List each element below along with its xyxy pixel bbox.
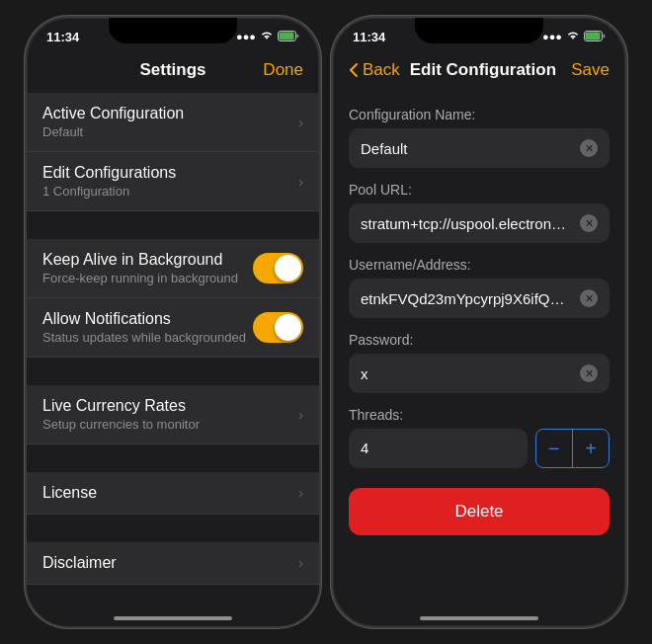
status-icons-left: ●●● xyxy=(236,31,299,43)
edit-configs-chevron: › xyxy=(298,174,303,190)
disclaimer-chevron: › xyxy=(298,555,303,571)
password-value: x xyxy=(361,365,572,382)
notifications-toggle-container xyxy=(253,312,303,343)
pool-url-label: Pool URL: xyxy=(349,182,610,198)
pool-url-value: stratum+tcp://uspool.electroneu... xyxy=(361,215,572,232)
battery-icon-left xyxy=(278,31,299,43)
license-row[interactable]: License › xyxy=(27,472,319,515)
notifications-knob xyxy=(275,314,301,341)
username-label: Username/Address: xyxy=(349,257,610,273)
svg-rect-1 xyxy=(280,32,294,40)
battery-icon-right xyxy=(584,31,606,43)
wifi-icon-left xyxy=(260,31,274,42)
currency-rates-row[interactable]: Live Currency Rates Setup currencies to … xyxy=(27,385,319,444)
section-3: Live Currency Rates Setup currencies to … xyxy=(27,385,319,444)
edit-configs-subtitle: 1 Configuration xyxy=(42,184,290,199)
keep-alive-content: Keep Alive in Background Force-keep runn… xyxy=(42,251,253,285)
currency-title: Live Currency Rates xyxy=(42,397,290,415)
disclaimer-row[interactable]: Disclaimer › xyxy=(27,542,319,585)
phones-container: 11:34 ●●● Setting xyxy=(25,16,627,628)
threads-stepper: − + xyxy=(535,429,611,468)
active-configuration-row[interactable]: Active Configuration Default › xyxy=(27,93,319,152)
done-button[interactable]: Done xyxy=(260,60,303,80)
group-2: Keep Alive in Background Force-keep runn… xyxy=(27,239,319,358)
keep-alive-subtitle: Force-keep running in background xyxy=(42,271,253,285)
threads-row: 4 − + xyxy=(349,429,610,468)
edit-configs-title: Edit Configurations xyxy=(42,164,290,182)
license-content: License xyxy=(42,484,290,502)
license-title: License xyxy=(42,484,290,502)
keep-alive-knob xyxy=(275,255,301,282)
section-5: Disclaimer › xyxy=(27,542,319,585)
currency-subtitle: Setup currencies to monitor xyxy=(42,417,290,432)
notifications-toggle[interactable] xyxy=(253,312,303,343)
currency-content: Live Currency Rates Setup currencies to … xyxy=(42,397,290,432)
username-clear[interactable]: ✕ xyxy=(580,289,598,307)
active-config-subtitle: Default xyxy=(42,124,290,139)
phone-left: 11:34 ●●● Setting xyxy=(25,16,321,628)
notch-left xyxy=(109,18,237,43)
gap-2 xyxy=(27,358,319,385)
stepper-plus-button[interactable]: + xyxy=(573,430,609,467)
username-input[interactable]: etnkFVQd23mYpcyrpj9X6ifQp1p... ✕ xyxy=(349,279,610,318)
threads-label: Threads: xyxy=(349,407,610,423)
status-time-right: 11:34 xyxy=(353,30,385,44)
bottom-space-left xyxy=(27,585,319,628)
group-5: Disclaimer › xyxy=(27,542,319,585)
keep-alive-title: Keep Alive in Background xyxy=(42,251,253,269)
active-config-content: Active Configuration Default xyxy=(42,105,290,139)
active-config-chevron: › xyxy=(298,115,303,130)
config-name-value: Default xyxy=(361,140,572,157)
notifications-subtitle: Status updates while backgrounded xyxy=(42,330,253,345)
threads-input[interactable]: 4 xyxy=(349,429,528,468)
notch-right xyxy=(415,18,543,43)
svg-rect-3 xyxy=(586,32,601,40)
notifications-row[interactable]: Allow Notifications Status updates while… xyxy=(27,298,319,358)
notifications-content: Allow Notifications Status updates while… xyxy=(42,310,253,345)
config-name-clear[interactable]: ✕ xyxy=(580,139,598,157)
gap-3 xyxy=(27,444,319,472)
keep-alive-row[interactable]: Keep Alive in Background Force-keep runn… xyxy=(27,239,319,298)
active-config-title: Active Configuration xyxy=(42,105,290,122)
nav-bar-right: Back Edit Configuration Save xyxy=(333,51,625,93)
username-value: etnkFVQd23mYpcyrpj9X6ifQp1p... xyxy=(361,290,572,307)
stepper-minus-button[interactable]: − xyxy=(536,430,572,467)
group-4: License › xyxy=(27,472,319,515)
disclaimer-title: Disclaimer xyxy=(42,554,290,572)
nav-title-left: Settings xyxy=(86,60,260,80)
pool-url-clear[interactable]: ✕ xyxy=(580,214,598,232)
threads-value: 4 xyxy=(361,440,368,456)
section-2: Keep Alive in Background Force-keep runn… xyxy=(27,239,319,358)
password-clear[interactable]: ✕ xyxy=(580,364,598,382)
nav-bar-left: Settings Done xyxy=(27,51,319,93)
currency-chevron: › xyxy=(298,407,303,423)
signal-icon-left: ●●● xyxy=(236,31,256,42)
password-label: Password: xyxy=(349,332,610,348)
keep-alive-toggle[interactable] xyxy=(253,253,303,283)
back-chevron-icon xyxy=(349,62,359,78)
status-time-left: 11:34 xyxy=(46,30,79,44)
back-button[interactable]: Back xyxy=(349,60,400,80)
screen-left: Active Configuration Default › Edit Conf… xyxy=(27,93,319,628)
edit-configs-content: Edit Configurations 1 Configuration xyxy=(42,164,290,199)
section-4: License › xyxy=(27,472,319,515)
license-chevron: › xyxy=(298,485,303,501)
home-indicator-right xyxy=(420,616,538,620)
notifications-title: Allow Notifications xyxy=(42,310,253,328)
edit-configurations-row[interactable]: Edit Configurations 1 Configuration › xyxy=(27,152,319,211)
keep-alive-toggle-container xyxy=(253,253,303,283)
disclaimer-content: Disclaimer xyxy=(42,554,290,572)
config-name-input[interactable]: Default ✕ xyxy=(349,128,610,168)
group-3: Live Currency Rates Setup currencies to … xyxy=(27,385,319,444)
home-indicator-left xyxy=(114,616,232,620)
nav-title-right: Edit Configuration xyxy=(400,60,566,80)
edit-screen: Configuration Name: Default ✕ Pool URL: … xyxy=(333,93,625,626)
pool-url-input[interactable]: stratum+tcp://uspool.electroneu... ✕ xyxy=(349,203,610,243)
delete-button[interactable]: Delete xyxy=(349,488,610,535)
status-icons-right: ●●● xyxy=(542,31,606,43)
password-input[interactable]: x ✕ xyxy=(349,354,610,393)
group-1: Active Configuration Default › Edit Conf… xyxy=(27,93,319,211)
phone-right: 11:34 ●●● xyxy=(331,16,627,628)
save-button[interactable]: Save xyxy=(566,60,610,80)
signal-icon-right: ●●● xyxy=(542,31,562,42)
